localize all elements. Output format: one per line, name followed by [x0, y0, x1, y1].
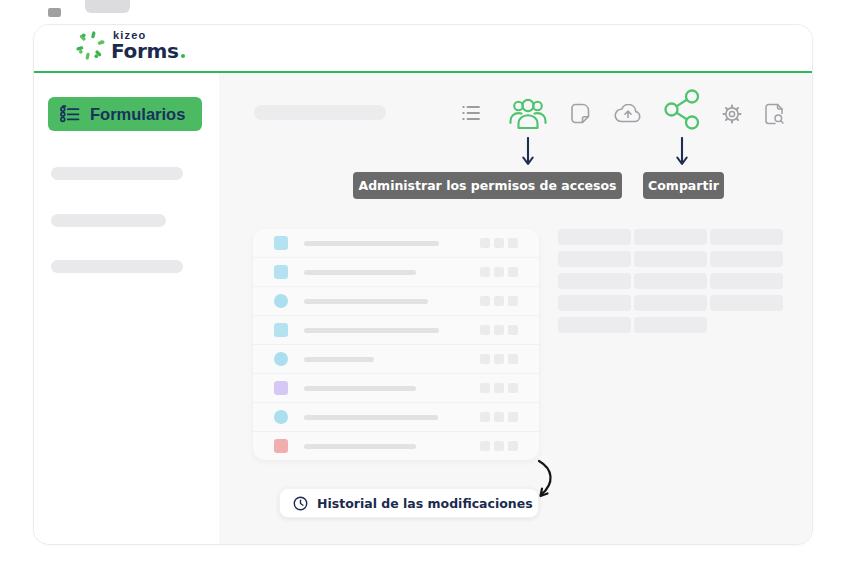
row-actions-placeholder: [480, 267, 518, 277]
kizeo-logo-icon: [75, 30, 106, 61]
sidebar-item-label: Formularios: [90, 105, 185, 124]
grid-placeholder-block: [558, 295, 631, 311]
action-placeholder: [480, 441, 490, 451]
action-placeholder: [508, 412, 518, 422]
action-placeholder: [508, 354, 518, 364]
action-placeholder: [508, 383, 518, 393]
action-placeholder: [480, 267, 490, 277]
action-placeholder: [494, 267, 504, 277]
row-actions-placeholder: [480, 441, 518, 451]
window-content: Formularios: [34, 73, 812, 544]
form-type-square: [274, 381, 288, 395]
sidebar-placeholder-bar: [51, 214, 166, 227]
form-title-placeholder: [304, 357, 374, 362]
form-type-circle: [274, 410, 288, 424]
document-icon[interactable]: [571, 103, 590, 124]
grid-placeholder-block: [710, 295, 783, 311]
grid-placeholder-block: [558, 229, 631, 245]
sidebar-placeholder-bar: [51, 167, 183, 180]
form-title-placeholder: [304, 328, 439, 333]
kizeo-forms-logo: kizeo Forms: [75, 30, 185, 61]
action-placeholder: [494, 325, 504, 335]
grid-placeholder-block: [710, 251, 783, 267]
action-placeholder: [494, 296, 504, 306]
history-label-pill: Historial de las modificaciones: [279, 488, 539, 518]
sidebar-placeholder-bar: [51, 260, 183, 273]
cropped-top-artifact: [48, 8, 61, 17]
action-placeholder: [508, 267, 518, 277]
grid-placeholder-block: [634, 295, 707, 311]
form-list-row: [253, 432, 539, 460]
grid-placeholder-block: [558, 273, 631, 289]
curved-arrow-icon: [533, 459, 559, 501]
form-list-icon: [59, 104, 81, 124]
form-type-square: [274, 236, 288, 250]
form-name-placeholder: [254, 105, 386, 120]
form-type-circle: [274, 294, 288, 308]
row-actions-placeholder: [480, 354, 518, 364]
share-tooltip: Compartir: [643, 172, 724, 199]
placeholder-grid: [558, 229, 783, 333]
form-title-placeholder: [304, 415, 438, 420]
arrow-down-icon: [522, 137, 534, 167]
form-title-placeholder: [304, 299, 428, 304]
action-placeholder: [480, 325, 490, 335]
action-placeholder: [480, 238, 490, 248]
logo-forms-text: Forms: [111, 41, 185, 61]
form-title-placeholder: [304, 270, 416, 275]
action-placeholder: [494, 383, 504, 393]
list-icon[interactable]: [462, 105, 480, 121]
action-placeholder: [480, 296, 490, 306]
form-title-placeholder: [304, 444, 416, 449]
form-list-row: [253, 316, 539, 345]
logo-green-dot: [181, 54, 185, 58]
grid-placeholder-block: [558, 317, 631, 333]
cloud-upload-icon[interactable]: [614, 104, 642, 123]
row-actions-placeholder: [480, 238, 518, 248]
form-title-placeholder: [304, 386, 416, 391]
form-type-square: [274, 439, 288, 453]
row-actions-placeholder: [480, 412, 518, 422]
grid-placeholder-block: [634, 317, 707, 333]
action-placeholder: [494, 412, 504, 422]
form-list-row: [253, 258, 539, 287]
row-actions-placeholder: [480, 325, 518, 335]
form-title-placeholder: [304, 241, 439, 246]
form-list-row: [253, 374, 539, 403]
form-list-row: [253, 287, 539, 316]
grid-placeholder-block: [634, 251, 707, 267]
form-list-row: [253, 229, 539, 258]
action-placeholder: [480, 354, 490, 364]
form-type-square: [274, 265, 288, 279]
grid-placeholder-block: [710, 229, 783, 245]
action-placeholder: [508, 238, 518, 248]
action-placeholder: [480, 383, 490, 393]
action-placeholder: [508, 325, 518, 335]
grid-placeholder-block: [710, 273, 783, 289]
settings-icon[interactable]: [722, 104, 742, 124]
clock-icon: [293, 496, 308, 511]
history-label-text: Historial de las modificaciones: [317, 496, 533, 511]
share-icon[interactable]: [663, 88, 701, 131]
action-placeholder: [480, 412, 490, 422]
action-placeholder: [494, 354, 504, 364]
action-placeholder: [494, 238, 504, 248]
action-placeholder: [494, 441, 504, 451]
sidebar-item-formularios[interactable]: Formularios: [48, 97, 202, 131]
document-search-icon[interactable]: [764, 103, 784, 125]
form-list-row: [253, 345, 539, 374]
sidebar: Formularios: [34, 73, 219, 544]
app-header: kizeo Forms: [34, 25, 812, 73]
grid-placeholder-block: [558, 251, 631, 267]
form-type-circle: [274, 352, 288, 366]
form-list-row: [253, 403, 539, 432]
permissions-tooltip: Administrar los permisos de accesos: [353, 172, 622, 199]
grid-placeholder-block: [634, 229, 707, 245]
form-type-square: [274, 323, 288, 337]
kizeo-logo-wordmark: kizeo Forms: [111, 30, 185, 61]
arrow-down-icon: [676, 137, 688, 167]
grid-placeholder-block: [634, 273, 707, 289]
action-placeholder: [508, 296, 518, 306]
group-icon[interactable]: [509, 96, 547, 130]
action-placeholder: [508, 441, 518, 451]
